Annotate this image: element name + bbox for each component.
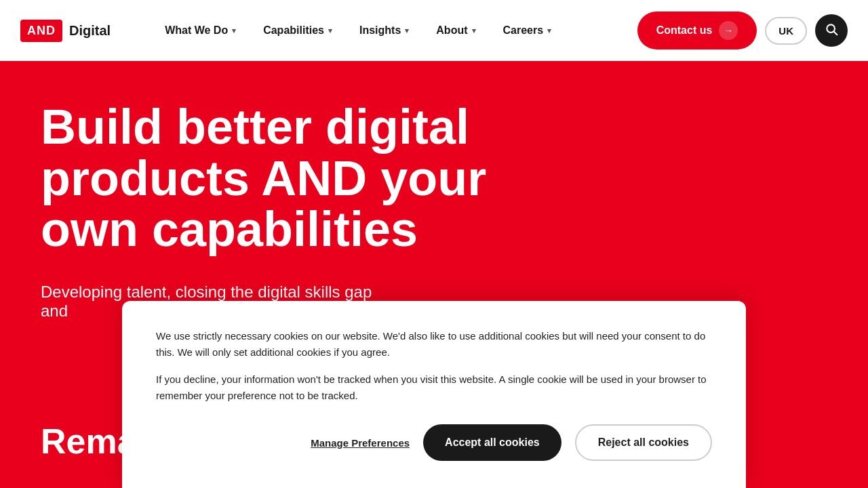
logo-box: AND — [20, 20, 62, 42]
contact-us-button[interactable]: Contact us → — [637, 12, 757, 49]
header: AND Digital What We Do ▾ Capabilities ▾ … — [0, 0, 868, 61]
chevron-down-icon: ▾ — [405, 26, 409, 35]
chevron-down-icon: ▾ — [232, 26, 236, 35]
nav-item-about[interactable]: About ▾ — [422, 0, 489, 61]
main-nav: What We Do ▾ Capabilities ▾ Insights ▾ A… — [151, 0, 637, 61]
logo[interactable]: AND Digital — [20, 20, 111, 42]
search-button[interactable] — [815, 14, 848, 47]
nav-item-insights[interactable]: Insights ▾ — [346, 0, 422, 61]
accept-all-cookies-button[interactable]: Accept all cookies — [423, 424, 561, 461]
svg-line-1 — [834, 31, 837, 35]
cookie-text-1: We use strictly necessary cookies on our… — [156, 328, 712, 361]
nav-item-careers[interactable]: Careers ▾ — [490, 0, 566, 61]
chevron-down-icon: ▾ — [328, 26, 332, 35]
nav-item-capabilities[interactable]: Capabilities ▾ — [250, 0, 346, 61]
hero-heading: Build better digital products AND your o… — [41, 102, 515, 256]
chevron-down-icon: ▾ — [472, 26, 476, 35]
nav-item-what-we-do[interactable]: What We Do ▾ — [151, 0, 250, 61]
search-icon — [825, 22, 838, 39]
cookie-actions: Manage Preferences Accept all cookies Re… — [156, 424, 712, 461]
uk-selector-button[interactable]: UK — [765, 17, 807, 45]
logo-text: Digital — [69, 23, 111, 39]
arrow-right-icon: → — [719, 21, 738, 40]
chevron-down-icon: ▾ — [547, 26, 551, 35]
cookie-text-2: If you decline, your information won't b… — [156, 371, 712, 404]
cookie-banner: We use strictly necessary cookies on our… — [122, 301, 746, 488]
header-actions: Contact us → UK — [637, 12, 848, 49]
reject-all-cookies-button[interactable]: Reject all cookies — [575, 424, 712, 461]
manage-preferences-button[interactable]: Manage Preferences — [311, 437, 410, 449]
